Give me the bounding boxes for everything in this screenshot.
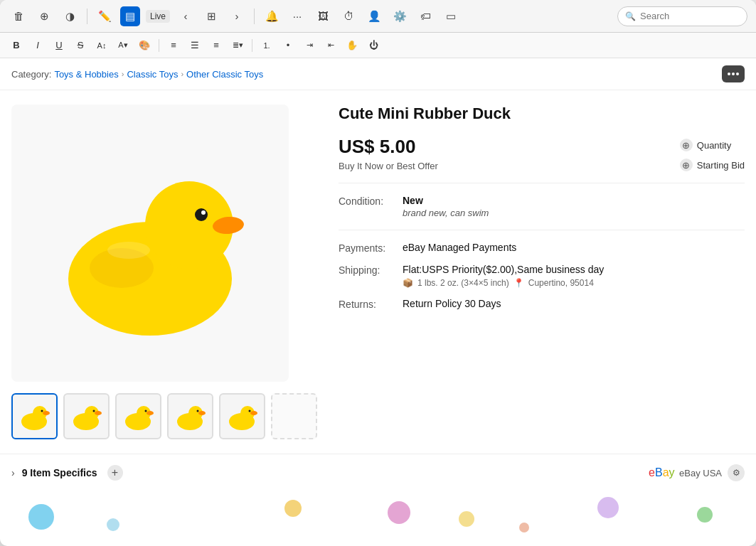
product-price: US$ 5.00 xyxy=(339,136,438,158)
specifics-chevron[interactable]: › xyxy=(11,467,15,478)
prev-icon[interactable]: ‹ xyxy=(176,6,196,26)
sidebar-icon[interactable]: ▭ xyxy=(441,6,461,26)
svg-point-26 xyxy=(249,410,251,412)
item-specifics-toggle[interactable]: 9 Item Specifics xyxy=(22,467,97,478)
quantity-option[interactable]: ⊕ Quantity xyxy=(680,139,745,151)
thumb-duck-4 xyxy=(174,400,206,432)
product-area: Cute Mini Rubber Duck US$ 5.00 Buy It No… xyxy=(0,90,756,454)
breadcrumb-bar: Category: Toys & Hobbies › Classic Toys … xyxy=(0,58,756,90)
thumbnail-strip xyxy=(11,393,317,439)
contrast-icon[interactable]: ◑ xyxy=(60,6,80,26)
ordered-list-button[interactable]: 1. xyxy=(257,36,276,55)
more-dot-1 xyxy=(728,73,730,75)
decorative-dot xyxy=(459,511,474,527)
person-icon[interactable]: 👤 xyxy=(364,6,384,26)
italic-button[interactable]: I xyxy=(28,36,47,55)
thumb-duck-1 xyxy=(18,400,50,432)
image-icon[interactable]: 🖼 xyxy=(313,6,333,26)
layout-icon[interactable]: ▤ xyxy=(120,6,140,26)
starting-bid-option[interactable]: ⊕ Starting Bid xyxy=(680,159,745,171)
pen-icon[interactable]: ✏️ xyxy=(95,6,115,26)
shipping-row: Shipping: Flat:USPS Priority($2.00),Same… xyxy=(339,264,745,288)
app-window: 🗑 ⊕ ◑ ✏️ ▤ Live ‹ ⊞ › 🔔 ··· 🖼 ⏱ 👤 ⚙️ 🏷 ▭… xyxy=(0,0,756,546)
breadcrumb: Category: Toys & Hobbies › Classic Toys … xyxy=(11,69,263,80)
pin-icon: 📍 xyxy=(513,278,524,288)
breadcrumb-item-0[interactable]: Toys & Hobbies xyxy=(54,69,118,80)
font-size-button[interactable]: A↕ xyxy=(92,36,111,55)
timer-icon[interactable]: ⏱ xyxy=(339,6,358,26)
thumbnail-1[interactable] xyxy=(11,393,58,439)
thumbnail-3[interactable] xyxy=(115,393,161,439)
align-left-button[interactable]: ≡ xyxy=(164,36,183,55)
breadcrumb-sep-1: › xyxy=(181,70,183,78)
next-icon[interactable]: › xyxy=(227,6,247,26)
tag-icon[interactable]: 🏷 xyxy=(415,6,435,26)
payments-value: eBay Managed Payments xyxy=(403,242,745,253)
ebay-e: e xyxy=(649,466,655,478)
breadcrumb-sep-0: › xyxy=(122,70,124,78)
add-panel-icon[interactable]: ⊕ xyxy=(34,6,54,26)
svg-point-18 xyxy=(145,410,147,412)
duck-svg xyxy=(50,144,250,343)
live-badge: Live xyxy=(146,10,170,23)
trash-icon[interactable]: 🗑 xyxy=(9,6,28,26)
condition-note: brand new, can swim xyxy=(403,208,745,218)
bell-icon[interactable]: 🔔 xyxy=(262,6,282,26)
svg-point-13 xyxy=(95,411,102,415)
starting-bid-plus-icon[interactable]: ⊕ xyxy=(680,159,693,171)
quantity-plus-icon[interactable]: ⊕ xyxy=(680,139,693,151)
sep-1 xyxy=(87,9,87,24)
decorative-dot xyxy=(28,504,54,530)
more-icon[interactable]: ··· xyxy=(287,6,307,26)
breadcrumb-item-1[interactable]: Classic Toys xyxy=(127,69,178,80)
starting-bid-label: Starting Bid xyxy=(697,160,745,171)
decorative-dot xyxy=(697,507,713,523)
align-justify-button[interactable]: ≣▾ xyxy=(228,36,247,55)
search-icon: 🔍 xyxy=(625,11,636,21)
add-specific-button[interactable]: + xyxy=(107,465,123,481)
indent-button[interactable]: ⇥ xyxy=(300,36,319,55)
gear-icon[interactable]: ⚙️ xyxy=(390,6,410,26)
product-info: Cute Mini Rubber Duck US$ 5.00 Buy It No… xyxy=(339,105,745,439)
grid-icon[interactable]: ⊞ xyxy=(201,6,221,26)
unordered-list-button[interactable]: • xyxy=(279,36,297,55)
bold-button[interactable]: B xyxy=(7,36,26,55)
thumbnail-2[interactable] xyxy=(63,393,110,439)
hand-button[interactable]: ✋ xyxy=(343,36,361,55)
svg-point-14 xyxy=(93,410,95,412)
align-center-button[interactable]: ☰ xyxy=(186,36,204,55)
more-dot-3 xyxy=(736,73,739,75)
ebay-badge: eBay eBay USA ⚙ xyxy=(649,464,745,481)
more-button[interactable] xyxy=(722,65,745,82)
ebay-a: a xyxy=(663,466,669,478)
ebay-logo: eBay eBay USA xyxy=(649,466,722,479)
specifics-label: 9 Item Specifics xyxy=(22,467,97,478)
fmt-sep-1 xyxy=(159,39,159,52)
color-button[interactable]: 🎨 xyxy=(135,36,154,55)
main-toolbar: 🗑 ⊕ ◑ ✏️ ▤ Live ‹ ⊞ › 🔔 ··· 🖼 ⏱ 👤 ⚙️ 🏷 ▭… xyxy=(0,0,756,33)
product-title: Cute Mini Rubber Duck xyxy=(339,105,745,123)
ebay-settings-icon[interactable]: ⚙ xyxy=(728,464,745,481)
thumbnail-4[interactable] xyxy=(167,393,213,439)
thumbnail-5[interactable] xyxy=(219,393,265,439)
svg-point-10 xyxy=(41,410,43,412)
breadcrumb-item-2[interactable]: Other Classic Toys xyxy=(186,69,263,80)
condition-value: New brand new, can swim xyxy=(403,195,745,218)
thumbnail-6[interactable] xyxy=(271,393,317,439)
strikethrough-button[interactable]: S xyxy=(71,36,90,55)
search-input[interactable] xyxy=(640,11,740,21)
outdent-button[interactable]: ⇤ xyxy=(321,36,340,55)
font-button[interactable]: A▾ xyxy=(114,36,132,55)
power-button[interactable]: ⏻ xyxy=(364,36,383,55)
underline-button[interactable]: U xyxy=(50,36,68,55)
thumb-duck-2 xyxy=(70,400,102,432)
search-box: 🔍 xyxy=(617,6,747,26)
payments-label: Payments: xyxy=(339,242,403,254)
sep-2 xyxy=(254,9,255,24)
condition-label: Condition: xyxy=(339,195,403,207)
returns-label: Returns: xyxy=(339,298,403,310)
svg-point-9 xyxy=(43,411,50,415)
align-right-button[interactable]: ≡ xyxy=(207,36,225,55)
payments-row: Payments: eBay Managed Payments xyxy=(339,242,745,254)
divider-2 xyxy=(339,230,745,230)
